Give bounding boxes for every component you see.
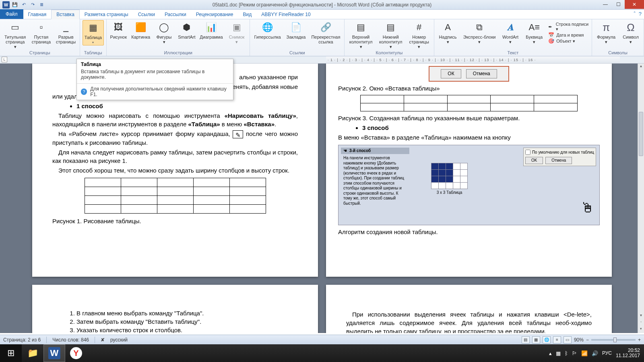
save-icon[interactable]: 💾 bbox=[11, 1, 19, 8]
horizontal-ruler[interactable]: · 1 · | · 2 · | · 3 · | · 4 · | · 5 · | … bbox=[326, 56, 620, 64]
list-icon[interactable]: ≣ bbox=[38, 1, 45, 8]
smartart-button[interactable]: ⬢SmartArt bbox=[177, 20, 197, 40]
title-bar: W 💾 ↶ ↷ ≣ 05tabl1.doc [Режим ограниченно… bbox=[0, 0, 644, 10]
tray-bluetooth-icon[interactable]: ᛒ bbox=[565, 350, 568, 356]
file-tab[interactable]: Файл bbox=[0, 9, 23, 19]
maximize-button[interactable]: ☐ bbox=[612, 0, 625, 9]
minimize-button[interactable]: — bbox=[599, 0, 612, 9]
bookmark-button[interactable]: 📄Закладка bbox=[285, 20, 308, 40]
cover-page-button[interactable]: ▭Титульнаястраница ▾ bbox=[2, 20, 28, 50]
header-icon: ▤ bbox=[355, 21, 367, 34]
next-page-icon[interactable]: ▾ bbox=[638, 327, 644, 333]
tab-abbyy[interactable]: ABBYY FineReader 10 bbox=[256, 10, 316, 19]
language-indicator[interactable]: русский bbox=[110, 337, 128, 343]
header-button[interactable]: ▤Верхнийколонтитул ▾ bbox=[347, 20, 374, 50]
close-button[interactable]: ✕ bbox=[625, 0, 644, 9]
tab-review[interactable]: Рецензирование bbox=[191, 10, 238, 19]
prev-page-icon[interactable]: ◦ bbox=[638, 320, 644, 326]
help-icon[interactable]: ? bbox=[639, 11, 642, 17]
bookmark-icon: 📄 bbox=[289, 21, 302, 34]
zoom-slider[interactable] bbox=[591, 339, 636, 341]
document-area[interactable]: ально указанное при енять, добавляя новы… bbox=[0, 64, 638, 333]
page-3: В главном меню выбрать команду "Таблица"… bbox=[32, 285, 318, 333]
tab-layout[interactable]: Разметка страницы bbox=[80, 10, 133, 19]
tray-volume-icon[interactable]: 🔊 bbox=[592, 350, 598, 356]
word-task[interactable]: W bbox=[43, 344, 65, 362]
start-button[interactable]: ⊞ bbox=[0, 344, 22, 362]
pagenum-button[interactable]: #Номерстраницы ▾ bbox=[407, 20, 431, 50]
picture-button[interactable]: 🖼Рисунок bbox=[109, 20, 128, 40]
symbol-button[interactable]: ΩСимвол ▾ bbox=[620, 20, 641, 45]
hyperlink-button[interactable]: 🌐Гиперссылка bbox=[252, 20, 282, 40]
text-extra: ✒Строка подписи ▾ 📅Дата и время 🎯Объект … bbox=[547, 20, 589, 45]
redo-icon[interactable]: ↷ bbox=[29, 1, 36, 8]
page-break-button[interactable]: ⎯Разрывстраницы bbox=[55, 20, 77, 45]
undo-icon[interactable]: ↶ bbox=[20, 1, 27, 8]
page-indicator[interactable]: Страница: 2 из 6 bbox=[3, 337, 41, 343]
table-grid-picker: 3 x 3 Таблица bbox=[431, 163, 468, 195]
view-draft[interactable]: ▭ bbox=[564, 336, 572, 343]
figure-3-table bbox=[360, 95, 578, 111]
tab-selector[interactable]: L bbox=[2, 57, 7, 62]
footer-button[interactable]: ▤Нижнийколонтитул ▾ bbox=[377, 20, 405, 50]
datetime-icon: 📅 bbox=[548, 32, 555, 38]
page-2: ОК Отмена Рисунок 2. Окно «Вставка табли… bbox=[326, 64, 612, 277]
shapes-button[interactable]: ◯Фигуры ▾ bbox=[154, 20, 175, 45]
signature-line-button[interactable]: ✒Строка подписи ▾ bbox=[548, 22, 588, 32]
chart-button[interactable]: 📊Диаграмма bbox=[199, 20, 224, 40]
scroll-thumb[interactable] bbox=[639, 112, 643, 156]
equation-button[interactable]: πФормула ▾ bbox=[594, 20, 618, 45]
figure-ok-button: ОК bbox=[441, 69, 461, 78]
picture-icon: 🖼 bbox=[112, 21, 125, 34]
datetime-button[interactable]: 📅Дата и время bbox=[548, 32, 588, 38]
zoom-in-button[interactable]: + bbox=[638, 337, 641, 343]
blank-page-button[interactable]: ▫Пустаястраница bbox=[30, 20, 52, 45]
object-button[interactable]: 🎯Объект ▾ bbox=[548, 38, 588, 44]
tab-insert[interactable]: Вставка bbox=[51, 10, 80, 19]
scroll-down-icon[interactable]: ▾ bbox=[638, 313, 644, 319]
explorer-task[interactable]: 📁 bbox=[22, 344, 43, 362]
view-print-layout[interactable]: ▤ bbox=[522, 336, 530, 343]
textbox-button[interactable]: AНадпись ▾ bbox=[437, 20, 459, 45]
view-outline[interactable]: ≡ bbox=[553, 336, 561, 343]
status-bar: Страница: 2 из 6 Число слов: 846 ✘ русск… bbox=[0, 335, 644, 344]
tray-chevron-icon[interactable]: ▴ bbox=[549, 350, 552, 356]
tray-clock[interactable]: 20:52 11.12.2017 bbox=[616, 348, 640, 358]
tray-language[interactable]: РУС bbox=[602, 350, 612, 356]
ribbon: ▭Титульнаястраница ▾ ▫Пустаястраница ⎯Ра… bbox=[0, 19, 644, 56]
quickparts-button[interactable]: ⧉Экспресс-блоки ▾ bbox=[461, 20, 497, 45]
tray-action-icon[interactable]: ▦ bbox=[556, 350, 561, 356]
symbol-icon: Ω bbox=[624, 21, 637, 34]
mouse-icon: 🖱 bbox=[581, 198, 594, 218]
wordart-icon: 𝐀 bbox=[504, 21, 517, 34]
zoom-out-button[interactable]: − bbox=[586, 337, 589, 343]
proofing-icon[interactable]: ✘ bbox=[101, 337, 105, 343]
figure-cancel-button: Отмена bbox=[466, 69, 497, 78]
tab-references[interactable]: Ссылки bbox=[133, 10, 160, 19]
clipart-button[interactable]: 🟧Картинка bbox=[130, 20, 151, 40]
yandex-task[interactable]: Y bbox=[65, 344, 87, 362]
crossref-button[interactable]: 🔗Перекрестнаяссылка bbox=[310, 20, 342, 45]
figure-3-caption: Рисунок 3. Созданная таблица по указанны… bbox=[338, 114, 600, 122]
scroll-up-icon[interactable]: ▴ bbox=[638, 64, 644, 70]
screenshot-button[interactable]: ▣Снимок ▾ bbox=[226, 20, 248, 45]
vertical-scrollbar[interactable]: ▴ ▾ ◦ ▾ bbox=[638, 64, 644, 333]
group-illustrations: 🖼Рисунок 🟧Картинка ◯Фигуры ▾ ⬢SmartArt 📊… bbox=[107, 19, 250, 56]
tab-home[interactable]: Главная bbox=[23, 10, 52, 19]
dropcap-icon: A≡ bbox=[528, 21, 541, 34]
screenshot-icon: ▣ bbox=[230, 21, 243, 34]
minimize-ribbon-icon[interactable]: ˆ bbox=[634, 11, 635, 17]
tooltip-title: Таблица bbox=[77, 59, 233, 68]
tray-network-icon[interactable]: 📶 bbox=[581, 350, 588, 356]
zoom-level[interactable]: 90% bbox=[574, 337, 584, 343]
tab-mailings[interactable]: Рассылки bbox=[160, 10, 191, 19]
group-text: AНадпись ▾ ⧉Экспресс-блоки ▾ 𝐀WordArt ▾ … bbox=[434, 19, 592, 56]
wordart-button[interactable]: 𝐀WordArt ▾ bbox=[500, 20, 521, 45]
table-button[interactable]: ▦Таблица▾ bbox=[83, 20, 104, 45]
view-fullscreen[interactable]: ▦ bbox=[532, 336, 540, 343]
dropcap-button[interactable]: A≡Буквица ▾ bbox=[523, 20, 545, 45]
view-web[interactable]: 🌐 bbox=[543, 336, 551, 343]
tab-view[interactable]: Вид bbox=[238, 10, 256, 19]
word-count[interactable]: Число слов: 846 bbox=[52, 337, 89, 343]
tray-flag-icon[interactable]: 🏳 bbox=[572, 350, 577, 356]
